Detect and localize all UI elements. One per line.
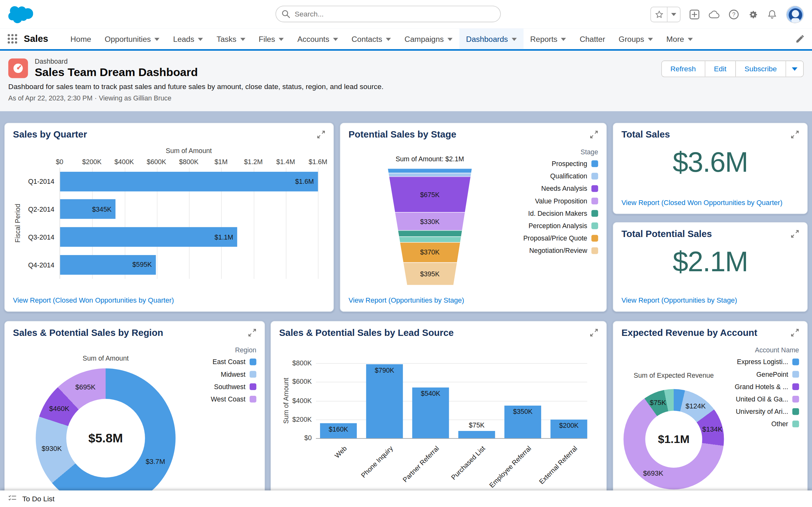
- funnel-segment-perception-analysis[interactable]: [388, 236, 472, 242]
- donut-total: $1.1M: [658, 433, 690, 446]
- bar-value-label: $1.1M: [214, 233, 237, 241]
- card-title[interactable]: Sales by Quarter: [13, 129, 87, 140]
- dashboard-actions: Refresh Edit Subscribe: [661, 60, 804, 77]
- legend-swatch: [250, 396, 256, 402]
- expand-icon[interactable]: [791, 230, 799, 240]
- bar-phone-inquiry[interactable]: [366, 364, 403, 438]
- funnel-segment-prospecting[interactable]: [388, 169, 472, 173]
- bar-value-label: $1.6M: [295, 177, 318, 185]
- nav-item-label: Files: [259, 35, 275, 43]
- card-title[interactable]: Potential Sales by Stage: [349, 129, 456, 140]
- expand-icon[interactable]: [791, 130, 799, 141]
- card-title[interactable]: Total Sales: [621, 129, 670, 140]
- cloud-icon[interactable]: [708, 9, 720, 19]
- nav-item-contacts[interactable]: Contacts: [345, 29, 398, 49]
- account-legend-items: Express Logisti...GenePointGrand Hotels …: [734, 358, 799, 433]
- quick-create-icon[interactable]: [689, 9, 700, 20]
- search-input[interactable]: [275, 6, 501, 22]
- expand-icon[interactable]: [590, 130, 598, 141]
- nav-item-label: Tasks: [217, 35, 237, 43]
- expand-icon[interactable]: [317, 130, 325, 141]
- expand-icon[interactable]: [590, 329, 598, 339]
- subscribe-button[interactable]: Subscribe: [736, 61, 786, 77]
- bar-q2-2014[interactable]: $345K: [60, 199, 115, 219]
- nav-item-reports[interactable]: Reports: [523, 29, 573, 49]
- card-title[interactable]: Expected Revenue by Account: [621, 327, 757, 338]
- legend-item-prospecting: Prospecting: [552, 160, 598, 167]
- todo-bar[interactable]: To Do List: [0, 491, 812, 507]
- legend-swatch: [591, 160, 598, 167]
- view-report-link[interactable]: View Report (Opportunities by Stage): [349, 297, 464, 304]
- favorites-caret-icon[interactable]: [667, 7, 680, 21]
- bar-q1-2014[interactable]: $1.6M: [60, 171, 318, 191]
- stage-legend: Stage ProspectingQualificationNeeds Anal…: [523, 148, 598, 259]
- edit-pencil-icon[interactable]: [796, 34, 805, 43]
- legend-swatch: [591, 198, 598, 205]
- nav-item-opportunities[interactable]: Opportunities: [98, 29, 166, 49]
- nav-item-home[interactable]: Home: [64, 29, 98, 49]
- legend-label: Other: [771, 420, 788, 428]
- funnel-segment-value-proposition[interactable]: $330K: [388, 212, 472, 230]
- card-title[interactable]: Sales & Potential Sales by Lead Source: [279, 327, 454, 338]
- funnel-segment-proposal-price-quote[interactable]: $370K: [388, 242, 472, 262]
- legend-item-university-of-ari: University of Ari...: [736, 408, 799, 415]
- funnel-segment-id-decision-makers[interactable]: [388, 230, 472, 236]
- app-launcher-icon[interactable]: [7, 34, 18, 44]
- card-title[interactable]: Sales & Potential Sales by Region: [13, 327, 163, 338]
- funnel-segment-qualification[interactable]: [388, 173, 472, 176]
- category-label: Web: [299, 444, 348, 494]
- region-legend: Region East CoastMidwestSouthwestWest Co…: [211, 346, 257, 407]
- account-donut[interactable]: $1.1M $124K$134K$693K$75K: [623, 389, 724, 490]
- gridline: [316, 419, 588, 420]
- favorites-star-icon[interactable]: [651, 7, 667, 21]
- axis-tick: $600K: [282, 378, 312, 385]
- expand-icon[interactable]: [791, 329, 799, 339]
- nav-item-chatter[interactable]: Chatter: [573, 29, 612, 49]
- view-report-link[interactable]: View Report (Closed Won Opportunities by…: [621, 199, 782, 206]
- nav-item-files[interactable]: Files: [252, 29, 291, 49]
- legend-swatch: [591, 185, 598, 192]
- bar-value-label: $75K: [469, 421, 485, 429]
- legend-item-proposal-price-quote: Proposal/Price Quote: [523, 234, 598, 242]
- nav-item-label: Reports: [530, 35, 558, 43]
- funnel-segment-needs-analysis[interactable]: $675K: [388, 176, 472, 212]
- avatar[interactable]: [786, 5, 804, 23]
- bar-purchased-list[interactable]: [458, 431, 495, 438]
- bar-value-label: $350K: [513, 407, 532, 415]
- nav-item-tasks[interactable]: Tasks: [210, 29, 252, 49]
- dashboard-canvas: Sales by Quarter Sum of Amount $0$200K$4…: [0, 111, 812, 507]
- bar-q4-2014[interactable]: $595K: [60, 255, 156, 274]
- legend-item-needs-analysis: Needs Analysis: [541, 185, 598, 192]
- bar-value-label: $345K: [92, 205, 115, 213]
- more-actions-caret-icon[interactable]: [786, 61, 803, 77]
- axis-tick: $400K: [114, 158, 134, 165]
- funnel-segment-negotiation-review[interactable]: $395K: [388, 262, 472, 285]
- nav-item-groups[interactable]: Groups: [612, 29, 660, 49]
- stage-legend-items: ProspectingQualificationNeeds AnalysisVa…: [523, 160, 598, 259]
- gridline: [318, 168, 318, 279]
- legend-title: Account Name: [755, 346, 799, 354]
- legend-swatch: [591, 173, 598, 179]
- view-report-link[interactable]: View Report (Closed Won Opportunities by…: [13, 297, 174, 304]
- expand-icon[interactable]: [248, 329, 256, 339]
- category-label: Employee Referral: [483, 444, 532, 494]
- notifications-bell-icon[interactable]: [767, 9, 777, 20]
- nav-item-campaigns[interactable]: Campaigns: [398, 29, 459, 49]
- edit-button[interactable]: Edit: [705, 61, 736, 77]
- legend-label: Midwest: [221, 371, 246, 378]
- refresh-button[interactable]: Refresh: [662, 61, 705, 77]
- help-icon[interactable]: ?: [728, 9, 739, 20]
- nav-item-dashboards[interactable]: Dashboards: [459, 29, 523, 49]
- view-report-link[interactable]: View Report (Opportunities by Stage): [621, 297, 737, 304]
- setup-gear-icon[interactable]: [748, 9, 758, 20]
- legend-label: Prospecting: [552, 160, 587, 167]
- nav-item-leads[interactable]: Leads: [166, 29, 210, 49]
- category-label: External Referral: [529, 444, 578, 494]
- region-donut[interactable]: $5.8M $3.7M$930K$460K$695K: [36, 368, 176, 507]
- nav-item-more[interactable]: More: [660, 29, 700, 49]
- axis-tick: $200K: [82, 158, 101, 165]
- bar-q3-2014[interactable]: $1.1M: [60, 227, 237, 247]
- nav-item-accounts[interactable]: Accounts: [291, 29, 345, 49]
- funnel-value-label: $395K: [420, 270, 439, 278]
- card-title[interactable]: Total Potential Sales: [621, 229, 712, 239]
